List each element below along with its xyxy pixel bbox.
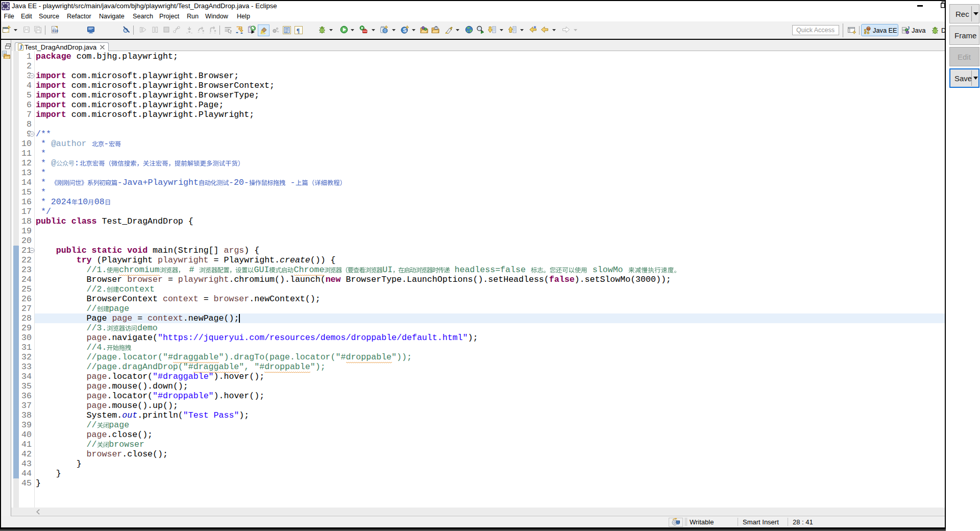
- svg-text:010: 010: [52, 29, 58, 33]
- svg-text:J: J: [907, 26, 910, 31]
- svg-text:¶: ¶: [297, 27, 300, 34]
- svg-text:S: S: [403, 27, 406, 33]
- svg-text:J: J: [19, 44, 22, 51]
